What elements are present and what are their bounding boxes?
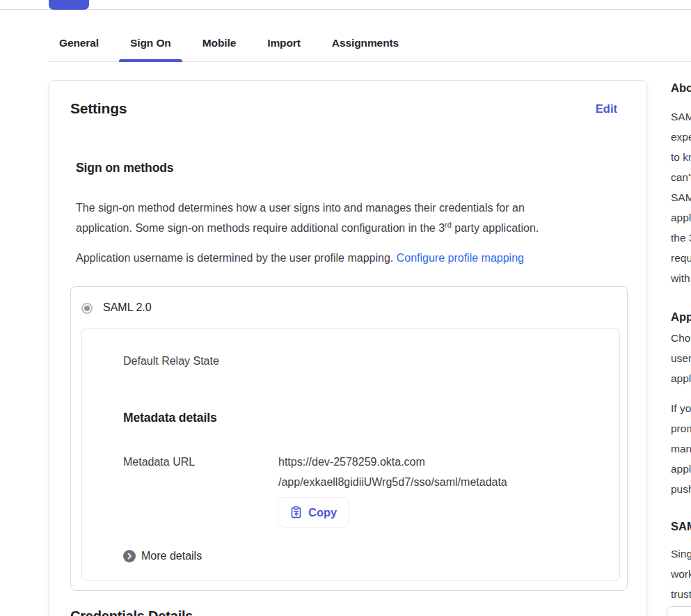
tab-import[interactable]: Import xyxy=(256,10,312,61)
saml-method-box: SAML 2.0 Default Relay State Metadata de… xyxy=(70,286,628,591)
description-line2-end: party application. xyxy=(452,222,539,234)
saml-setup-line: work until you configure the app to xyxy=(671,564,691,584)
copy-clipboard-icon xyxy=(290,506,302,519)
saml-details-panel: Default Relay State Metadata details Met… xyxy=(81,329,620,581)
tab-mobile[interactable]: Mobile xyxy=(191,10,247,61)
tab-general[interactable]: General xyxy=(48,10,110,61)
app-username-line: Choose a format to use as the xyxy=(671,328,691,348)
metadata-url-line1: https://dev-2578259.okta.com xyxy=(278,452,507,472)
about-line: required to complete the integration xyxy=(671,248,691,268)
app-username-line: If you select None you will be xyxy=(671,398,691,418)
saml-setup-line: Single Sign On using SAML will not xyxy=(671,544,691,564)
more-details-label: More details xyxy=(141,550,202,562)
app-username-line: prompted to assign a username xyxy=(671,418,691,439)
sign-on-methods-description: The sign-on method determines how a user… xyxy=(76,198,539,238)
ordinal-suffix: rd xyxy=(445,221,452,229)
app-username-line: manually when assigning an xyxy=(671,439,691,459)
settings-title: Settings xyxy=(70,100,127,118)
settings-card: Settings Edit Sign on methods The sign-o… xyxy=(49,80,647,616)
tab-sign-on[interactable]: Sign On xyxy=(119,10,182,61)
username-mapping-note: Application username is determined by th… xyxy=(76,248,524,268)
metadata-url-value: https://dev-2578259.okta.com/app/exkaell… xyxy=(278,452,507,492)
saml-radio-label: SAML 2.0 xyxy=(103,299,152,316)
saml-setup-heading: SAML Setup xyxy=(671,519,691,534)
application-username-heading: Application Username xyxy=(671,309,691,324)
saml-setup-paragraph: Single Sign On using SAML will not work … xyxy=(671,544,691,604)
about-line: SAML 2.0 streamlines the end user xyxy=(671,106,691,127)
sign-on-methods-heading: Sign on methods xyxy=(76,159,173,176)
metadata-url-label: Metadata URL xyxy=(123,452,278,492)
active-nav-indicator xyxy=(49,0,89,10)
about-line: SAML 2.0 is configured for this xyxy=(671,187,691,207)
copy-metadata-url-button[interactable]: Copy xyxy=(278,497,349,528)
edit-button[interactable]: Edit xyxy=(596,102,617,116)
about-heading: About xyxy=(671,80,691,95)
default-relay-state-label: Default Relay State xyxy=(123,353,219,370)
application-username-paragraph-2: If you select None you will be prompted … xyxy=(671,398,691,499)
saml-radio-button[interactable] xyxy=(81,303,93,314)
about-line: experience by not requiring the user xyxy=(671,127,691,147)
about-paragraph: SAML 2.0 streamlines the end user experi… xyxy=(671,106,691,288)
about-line: to know their credentials. Users xyxy=(671,147,691,167)
username-note-text: Application username is determined by th… xyxy=(76,252,397,264)
copy-button-label: Copy xyxy=(308,506,337,519)
more-details-toggle[interactable]: More details xyxy=(123,550,202,562)
configure-profile-mapping-link[interactable]: Configure profile mapping xyxy=(397,252,524,264)
metadata-url-line2: /app/exkaell8gidiiUWrg5d7/sso/saml/metad… xyxy=(278,472,507,492)
about-line: can't edit their credentials when xyxy=(671,167,691,187)
tab-assignments[interactable]: Assignments xyxy=(321,10,410,61)
credentials-details-heading: Credentials Details xyxy=(70,608,193,616)
application-username-paragraph-1: Choose a format to use as the username v… xyxy=(671,328,691,388)
description-line2: application. Some sign-on methods requir… xyxy=(76,222,445,234)
metadata-details-heading: Metadata details xyxy=(123,409,217,426)
about-line: with Okta. xyxy=(671,268,691,288)
chevron-right-circle-icon xyxy=(123,550,136,562)
view-setup-instructions-button[interactable] xyxy=(667,606,691,616)
saml-setup-line: trust Okta as an IdP. xyxy=(671,584,691,604)
about-line: the 3rd party application may be xyxy=(671,228,691,248)
app-username-line: application to users. xyxy=(671,368,691,388)
metadata-url-row: Metadata URL https://dev-2578259.okta.co… xyxy=(123,452,507,492)
app-username-line: push provisioning features. xyxy=(671,479,691,499)
about-line: application. Additional configuration in xyxy=(671,207,691,228)
app-tab-bar: General Sign On Mobile Import Assignment… xyxy=(49,10,691,62)
app-username-line: application with password or profile xyxy=(671,459,691,479)
description-line1: The sign-on method determines how a user… xyxy=(76,202,525,214)
app-username-line: username value when assigning the xyxy=(671,348,691,368)
